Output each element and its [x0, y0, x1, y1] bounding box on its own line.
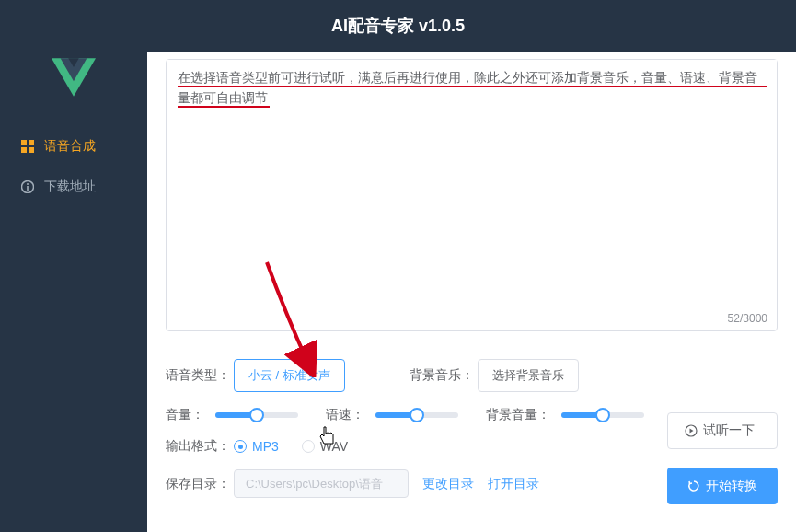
convert-button[interactable]: 开始转换: [667, 468, 778, 504]
format-label: 输出格式：: [166, 438, 230, 455]
change-dir-link[interactable]: 更改目录: [422, 476, 474, 492]
annotation-underline: [178, 86, 767, 87]
radio-icon: [234, 440, 247, 453]
char-counter: 52/3000: [728, 312, 767, 325]
savedir-input: [234, 469, 409, 498]
text-input-container: 52/3000: [166, 59, 778, 331]
info-icon: [20, 179, 35, 194]
sidebar-item-download[interactable]: 下载地址: [0, 167, 147, 207]
svg-rect-3: [29, 147, 34, 153]
preview-button[interactable]: 试听一下: [667, 412, 778, 449]
grid-icon: [20, 139, 35, 154]
speed-slider-thumb[interactable]: [410, 408, 424, 422]
svg-rect-0: [21, 140, 27, 145]
voice-type-label: 语音类型：: [166, 367, 230, 384]
sidebar-item-label: 下载地址: [44, 179, 96, 195]
volume-label: 音量：: [166, 407, 204, 423]
format-radio-mp3[interactable]: MP3: [234, 439, 279, 454]
refresh-icon: [687, 480, 700, 492]
speed-slider[interactable]: [375, 412, 458, 418]
bgvolume-slider[interactable]: [561, 412, 644, 418]
svg-rect-1: [29, 140, 34, 145]
annotation-underline: [178, 106, 270, 108]
volume-slider-thumb[interactable]: [249, 408, 264, 422]
volume-slider[interactable]: [215, 412, 298, 418]
bgvolume-label: 背景音量：: [486, 407, 550, 423]
speed-label: 语速：: [326, 407, 364, 423]
svg-point-5: [27, 183, 29, 185]
sidebar-item-synthesis[interactable]: 语音合成: [0, 126, 147, 167]
radio-icon: [302, 440, 315, 453]
play-icon: [685, 424, 698, 437]
format-radio-wav[interactable]: WAV: [302, 439, 348, 454]
bgm-label: 背景音乐：: [410, 367, 474, 384]
text-input[interactable]: [167, 60, 777, 327]
bgm-select-button[interactable]: 选择背景音乐: [478, 359, 579, 392]
app-logo: [44, 52, 103, 103]
bgvolume-slider-thumb[interactable]: [595, 408, 610, 422]
svg-rect-2: [21, 147, 27, 153]
savedir-label: 保存目录：: [166, 476, 230, 492]
sidebar: 语音合成 下载地址: [0, 52, 147, 532]
content-panel: 52/3000 语音类型： 小云 / 标准女声 背景音乐： 选择背景音乐 音量：: [147, 52, 796, 532]
svg-rect-6: [27, 186, 29, 191]
app-title: AI配音专家 v1.0.5: [0, 0, 796, 52]
sidebar-item-label: 语音合成: [44, 138, 96, 155]
open-dir-link[interactable]: 打开目录: [488, 476, 539, 492]
voice-type-button[interactable]: 小云 / 标准女声: [234, 359, 345, 392]
